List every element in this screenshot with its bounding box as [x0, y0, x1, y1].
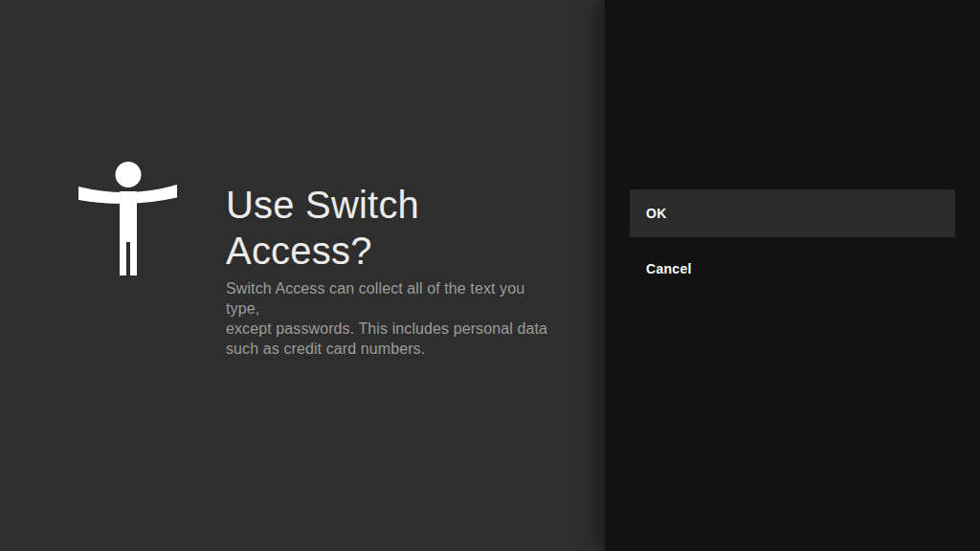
- ok-button[interactable]: OK: [630, 189, 955, 237]
- dialog-content-pane: Use Switch Access? Switch Access can col…: [0, 0, 605, 551]
- cancel-button-label: Cancel: [646, 261, 692, 276]
- dialog-description: Switch Access can collect all of the tex…: [226, 278, 551, 359]
- dialog-title-line: Access?: [226, 228, 551, 274]
- dialog-title-line: Use Switch: [226, 182, 551, 228]
- switch-access-dialog: Use Switch Access? Switch Access can col…: [0, 0, 980, 551]
- dialog-action-pane: OK Cancel: [605, 0, 980, 551]
- dialog-description-line: except passwords. This includes personal…: [226, 319, 551, 339]
- dialog-description-line: Switch Access can collect all of the tex…: [226, 278, 551, 319]
- cancel-button[interactable]: Cancel: [630, 252, 955, 286]
- accessibility-person-icon: [78, 162, 177, 276]
- ok-button-label: OK: [646, 206, 667, 221]
- dialog-text-block: Use Switch Access? Switch Access can col…: [226, 182, 551, 359]
- dialog-description-line: such as credit card numbers.: [226, 339, 551, 359]
- dialog-title: Use Switch Access?: [226, 182, 551, 274]
